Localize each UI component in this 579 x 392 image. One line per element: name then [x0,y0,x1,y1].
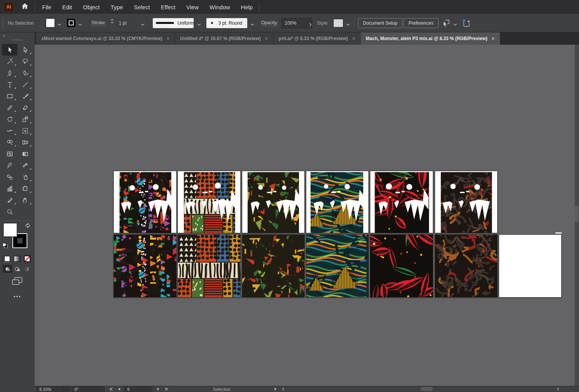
gradient-tool[interactable] [17,148,33,160]
tab-close-icon[interactable]: ✕ [491,36,495,41]
brush-dropdown[interactable] [249,14,255,35]
tab-close-icon[interactable]: ✕ [166,36,170,41]
opacity-expand[interactable] [307,14,314,35]
hand-tool[interactable] [17,194,33,206]
artboard-3-scribble-masked[interactable] [242,171,305,233]
menu-select[interactable]: Select [134,4,150,10]
screen-mode-icon[interactable] [12,276,23,287]
tab-close-icon[interactable]: ✕ [265,36,268,41]
variable-width-profile[interactable]: Uniform [153,14,194,32]
artboard-9-scribble[interactable] [242,234,305,298]
menu-type[interactable]: Type [110,4,123,10]
status-expand-button[interactable] [274,386,277,392]
menu-object[interactable]: Object [83,4,100,10]
artboard-12-dark-squiggle[interactable] [435,234,498,298]
stroke-weight-value[interactable]: 1 pt [119,14,127,32]
scroll-left-button[interactable] [282,386,285,392]
panel-grip[interactable] [2,17,3,29]
collapse-panel-icon[interactable]: « [3,34,5,38]
home-icon[interactable] [21,3,29,11]
vertical-scrollbar-thumb[interactable] [575,205,579,222]
artboard-13-blank[interactable] [499,234,562,298]
generative-recolor-icon[interactable] [461,14,471,32]
document-tab-4[interactable]: Mach, Monster, alein P3 mix.ai @ 8.33 % … [361,32,500,45]
menu-window[interactable]: Window [209,4,230,10]
shape-builder-tool[interactable] [2,136,17,148]
color-button[interactable] [3,255,11,262]
default-fill-stroke-icon[interactable] [2,243,8,250]
panel-drag-handle[interactable] [0,39,35,41]
artboard-tool[interactable] [17,183,33,194]
toolbar-overflow-icon[interactable]: ••• [0,294,35,299]
artboard-7-multicolor-tribal[interactable] [113,234,177,298]
pen-tool[interactable] [2,67,17,79]
line-segment-tool[interactable] [17,79,33,90]
rectangle-tool[interactable] [2,90,17,102]
fill-color-dropdown[interactable] [56,14,62,35]
menu-file[interactable]: File [42,4,51,10]
document-setup-button[interactable]: Document Setup [358,14,402,32]
variable-width-dropdown[interactable] [196,14,202,35]
stroke-label[interactable]: Stroke: [91,14,106,32]
artboard-1-multicolor-tribal-masked[interactable] [113,171,177,233]
horizontal-scrollbar-thumb[interactable] [420,387,433,391]
artboard-number-select[interactable]: 6 [124,386,152,392]
document-tab-2[interactable]: Untitled-2* @ 16.67 % (RGB/Preview)✕ [175,32,273,45]
menu-help[interactable]: Help [241,4,253,10]
menu-view[interactable]: View [186,4,199,10]
menu-effect[interactable]: Effect [161,4,176,10]
stroke-weight-stepper[interactable] [110,19,114,24]
zoom-tool[interactable] [2,206,17,217]
artboard-6-dark-squiggle-masked[interactable] [435,171,498,233]
select-similar-icon[interactable] [441,14,450,32]
document-tab-3[interactable]: prit.ai* @ 8.33 % (RGB/Preview)✕ [273,32,361,45]
style-dropdown[interactable] [345,14,351,35]
mesh-tool[interactable] [2,148,17,160]
free-transform-tool[interactable] [17,125,33,136]
scroll-right-button[interactable] [556,386,560,392]
style-swatch[interactable] [333,14,343,32]
blend-tool[interactable] [2,171,17,183]
magic-wand-tool[interactable] [2,56,17,67]
symbol-sprayer-tool[interactable] [17,171,33,183]
rotation-select[interactable]: 0° [71,386,105,392]
artboard-8-patchwork[interactable] [177,234,241,298]
stroke-color-swatch[interactable] [66,14,76,32]
select-similar-dropdown[interactable] [452,14,458,35]
previous-artboard-button[interactable] [117,386,121,392]
artboard-10-wave[interactable] [306,234,369,298]
menu-edit[interactable]: Edit [62,4,72,10]
last-artboard-button[interactable] [164,386,168,392]
direct-selection-tool[interactable] [17,44,33,56]
artboard-2-patchwork-masked[interactable] [177,171,241,233]
opacity-label[interactable]: Opacity: [261,14,278,32]
draw-behind-icon[interactable] [12,265,22,273]
curvature-tool[interactable] [17,67,33,79]
artboard-11-leaves[interactable] [370,234,433,298]
brush-definition[interactable]: 3 pt. Round [206,14,247,32]
eyedropper-tool[interactable] [17,160,33,171]
gradient-button[interactable] [13,255,21,262]
next-artboard-button[interactable] [157,386,160,392]
rotate-view-tool[interactable] [2,160,17,171]
stroke-weight-dropdown[interactable] [140,14,146,35]
tab-close-icon[interactable]: ✕ [352,36,355,41]
slice-tool[interactable] [2,194,17,206]
fill-proxy[interactable] [3,223,17,237]
vertical-scrollbar[interactable] [575,45,579,386]
zoom-level-select[interactable]: 8.33% [36,386,70,392]
paintbrush-tool[interactable] [17,90,33,102]
horizontal-scrollbar[interactable] [289,386,571,392]
app-logo-icon[interactable]: Ai [4,3,13,12]
draw-normal-icon[interactable] [3,265,12,273]
fill-color-swatch[interactable] [46,14,55,32]
perspective-grid-tool[interactable] [17,136,33,148]
column-graph-tool[interactable] [2,183,17,194]
artboard-4-wave-masked[interactable] [306,171,369,233]
selection-tool[interactable] [2,44,17,56]
first-artboard-button[interactable] [110,386,113,392]
artboard-5-leaves-masked[interactable] [370,171,433,233]
width-tool-tool[interactable] [2,125,17,136]
stroke-color-dropdown[interactable] [77,14,83,35]
pencil-tool[interactable] [2,102,17,113]
